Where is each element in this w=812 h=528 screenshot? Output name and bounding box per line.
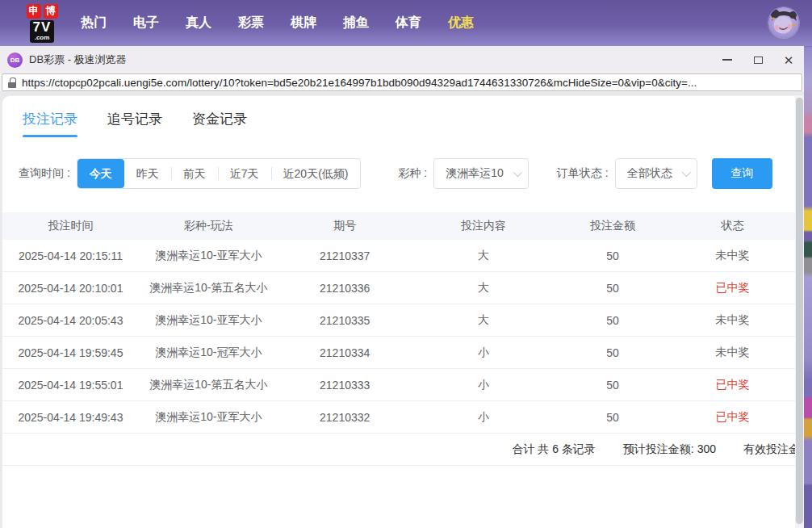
cell-bet-time: 2025-04-14 19:49:43: [2, 411, 139, 424]
url-bar: https://ctopcp02pcali.uengi5e.com/lotter…: [0, 73, 804, 91]
cell-bet-time: 2025-04-14 20:10:01: [2, 282, 139, 295]
column-header-5: 状态: [670, 219, 795, 233]
tab-funds-records[interactable]: 资金记录: [192, 110, 247, 139]
time-option-day-before[interactable]: 前天: [171, 159, 218, 188]
browser-window-title: DB彩票 - 极速浏览器: [29, 52, 127, 67]
time-option-last-7-days[interactable]: 近7天: [218, 159, 271, 188]
cell-status: 未中奖: [670, 313, 795, 328]
cell-bet-time: 2025-04-14 19:59:45: [2, 346, 139, 359]
tab-chase-records[interactable]: 追号记录: [107, 110, 162, 139]
cell-bet-amount: 50: [555, 314, 669, 327]
logo-badges: 申 博: [27, 4, 58, 19]
nav-item-fishing[interactable]: 捕鱼: [343, 15, 369, 31]
nav-item-sports[interactable]: 体育: [396, 15, 421, 31]
order-status-select[interactable]: 全部状态: [615, 158, 697, 189]
screen: 申 博 7V .com 热门电子真人彩票棋牌捕鱼体育优惠: [0, 0, 812, 528]
time-range-group: 今天昨天前天近7天近20天(低频): [77, 158, 362, 189]
cell-bet-content: 大: [412, 313, 556, 328]
nav-item-promotions[interactable]: 优惠: [448, 15, 474, 31]
search-button[interactable]: 查询: [712, 158, 772, 189]
maximize-icon: [754, 57, 763, 64]
minimize-button[interactable]: [712, 46, 743, 73]
time-option-last-20-days[interactable]: 近20天(低频): [271, 159, 361, 188]
cell-game-play: 澳洲幸运10-冠军大小: [139, 346, 278, 360]
table-header: 投注时间彩种-玩法期号投注内容投注金额状态: [2, 212, 795, 240]
table-summary: 合计 共 6 条记录 预计投注金额: 300 有效投注金额: [2, 434, 795, 466]
close-button[interactable]: ✕: [773, 46, 804, 73]
cell-bet-content: 小: [412, 410, 556, 425]
cell-bet-content: 大: [412, 281, 556, 295]
logo-badge-1: 申: [27, 4, 41, 19]
logo-sub-text: .com: [35, 35, 50, 41]
cell-game-play: 澳洲幸运10-第五名大小: [139, 378, 278, 392]
cell-issue-number: 21210335: [278, 314, 412, 327]
url-text: https://ctopcp02pcali.uengi5e.com/lotter…: [22, 77, 697, 89]
cell-bet-amount: 50: [555, 411, 669, 424]
chevron-down-icon: [681, 168, 690, 177]
scrollbar-thumb[interactable]: [796, 98, 803, 524]
cell-game-play: 澳洲幸运10-亚军大小: [139, 313, 278, 328]
cell-bet-amount: 50: [555, 282, 669, 295]
cell-bet-amount: 50: [555, 249, 669, 262]
lock-icon: [8, 78, 16, 88]
close-icon: ✕: [784, 54, 794, 66]
column-header-0: 投注时间: [2, 219, 139, 233]
nav-item-hot[interactable]: 热门: [81, 15, 107, 31]
cell-status: 未中奖: [670, 249, 795, 263]
table-row: 2025-04-14 20:10:01 澳洲幸运10-第五名大小 2121033…: [2, 272, 795, 304]
browser-window: DB DB彩票 - 极速浏览器 ✕ https://ctopcp02pcali.…: [0, 46, 804, 528]
cell-bet-time: 2025-04-14 20:15:11: [2, 249, 139, 262]
cell-bet-amount: 50: [555, 346, 669, 359]
table-row: 2025-04-14 20:15:11 澳洲幸运10-亚军大小 21210337…: [2, 240, 795, 272]
minimize-icon: [722, 59, 732, 61]
nav-item-board-games[interactable]: 棋牌: [291, 15, 316, 31]
nav-item-live[interactable]: 真人: [186, 15, 211, 31]
filter-bar: 查询时间 : 今天昨天前天近7天近20天(低频) 彩种 : 澳洲幸运10 订单状…: [19, 158, 795, 189]
summary-total: 合计 共 6 条记录: [512, 442, 595, 457]
table-row: 2025-04-14 19:55:01 澳洲幸运10-第五名大小 2121033…: [2, 369, 795, 401]
table-body: 2025-04-14 20:15:11 澳洲幸运10-亚军大小 21210337…: [2, 240, 795, 434]
avatar[interactable]: [768, 7, 799, 38]
cell-bet-time: 2025-04-14 20:05:43: [2, 314, 139, 327]
lottery-select-value: 澳洲幸运10: [446, 166, 504, 181]
time-filter-label: 查询时间 :: [19, 166, 70, 181]
column-header-3: 投注内容: [412, 219, 556, 233]
cell-bet-content: 小: [412, 346, 556, 360]
page-content: 投注记录追号记录资金记录 查询时间 : 今天昨天前天近7天近20天(低频) 彩种…: [0, 91, 804, 528]
table-row: 2025-04-14 19:59:45 澳洲幸运10-冠军大小 21210334…: [2, 337, 795, 369]
nav-item-slots[interactable]: 电子: [133, 15, 159, 31]
summary-expected-amount: 预计投注金额: 300: [623, 442, 716, 457]
scrollbar[interactable]: [795, 95, 804, 528]
background-page-strip: [803, 0, 812, 528]
logo-block: 7V .com: [30, 20, 55, 43]
cell-bet-time: 2025-04-14 19:55:01: [2, 379, 139, 392]
browser-title-bar: DB DB彩票 - 极速浏览器 ✕: [0, 46, 804, 73]
cell-issue-number: 21210334: [278, 346, 412, 359]
maximize-button[interactable]: [743, 46, 773, 73]
cell-issue-number: 21210336: [278, 282, 412, 295]
cell-status: 已中奖: [670, 410, 795, 425]
logo-main-text: 7V: [33, 20, 52, 35]
nav-item-lottery[interactable]: 彩票: [238, 15, 264, 31]
cell-status: 已中奖: [670, 378, 795, 392]
logo-badge-2: 博: [44, 4, 58, 19]
cell-status: 未中奖: [670, 346, 795, 360]
lottery-select[interactable]: 澳洲幸运10: [433, 158, 529, 189]
site-logo[interactable]: 申 博 7V .com: [21, 4, 63, 43]
time-option-yesterday[interactable]: 昨天: [124, 159, 171, 188]
browser-favicon: DB: [7, 52, 23, 68]
cell-issue-number: 21210337: [278, 249, 412, 262]
table-row: 2025-04-14 19:49:43 澳洲幸运10-亚军大小 21210332…: [2, 401, 795, 434]
cell-issue-number: 21210333: [278, 379, 412, 392]
time-option-today[interactable]: 今天: [77, 159, 124, 188]
cell-issue-number: 21210332: [278, 411, 412, 424]
address-input[interactable]: https://ctopcp02pcali.uengi5e.com/lotter…: [2, 73, 802, 91]
site-nav-items: 热门电子真人彩票棋牌捕鱼体育优惠: [81, 15, 474, 31]
summary-valid-amount: 有效投注金额: [743, 442, 795, 457]
cell-game-play: 澳洲幸运10-第五名大小: [139, 281, 278, 295]
avatar-illustration: [768, 7, 799, 38]
column-header-4: 投注金额: [555, 219, 669, 233]
lottery-filter-label: 彩种 :: [398, 166, 427, 181]
content-panel: 投注记录追号记录资金记录 查询时间 : 今天昨天前天近7天近20天(低频) 彩种…: [2, 95, 795, 528]
tab-bet-records[interactable]: 投注记录: [23, 110, 77, 139]
